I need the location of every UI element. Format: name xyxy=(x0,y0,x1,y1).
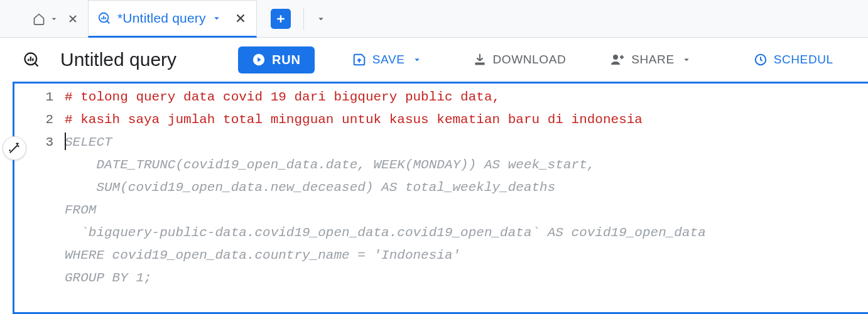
chevron-down-icon[interactable] xyxy=(211,13,222,24)
close-icon[interactable] xyxy=(67,13,79,25)
svg-rect-3 xyxy=(475,63,484,65)
save-icon xyxy=(352,53,366,67)
chevron-down-icon xyxy=(49,14,59,24)
query-tab[interactable]: *Untitled query xyxy=(88,0,257,38)
save-button[interactable]: SAVE xyxy=(346,48,435,72)
download-label: DOWNLOAD xyxy=(493,53,567,67)
ai-suggestion: GROUP BY 1; xyxy=(65,267,868,290)
run-label: RUN xyxy=(272,53,301,67)
text-cursor xyxy=(65,133,66,150)
code-comment: # kasih saya jumlah total mingguan untuk… xyxy=(65,112,643,127)
svg-point-4 xyxy=(613,55,618,60)
run-button[interactable]: RUN xyxy=(238,46,315,73)
chevron-down-icon xyxy=(681,54,692,65)
share-label: SHARE xyxy=(631,53,674,67)
download-button[interactable]: DOWNLOAD xyxy=(467,48,573,72)
ai-suggestion: SELECT xyxy=(65,135,112,149)
ai-suggestion: `bigquery-public-data.covid19_open_data.… xyxy=(65,222,868,244)
schedule-label: SCHEDUL xyxy=(774,53,833,67)
ai-suggestion: SUM(covid19_open_data.new_deceased) AS t… xyxy=(65,176,868,199)
magic-wand-icon xyxy=(8,141,21,155)
query-icon xyxy=(97,11,111,25)
add-tab-button[interactable] xyxy=(271,9,291,29)
ai-suggestion: WHERE covid19_open_data.country_name = '… xyxy=(65,244,868,267)
close-icon[interactable] xyxy=(234,11,247,25)
home-tab[interactable] xyxy=(25,0,88,38)
sql-editor[interactable]: 1 2 3 # tolong query data covid 19 dari … xyxy=(13,82,868,314)
save-label: SAVE xyxy=(372,53,405,67)
chevron-down-icon[interactable] xyxy=(315,13,327,24)
tabs-bar: *Untitled query xyxy=(0,0,868,38)
clock-icon xyxy=(754,53,768,67)
home-icon xyxy=(33,13,45,25)
plus-icon xyxy=(274,13,287,25)
page-title: Untitled query xyxy=(60,49,176,70)
divider xyxy=(303,8,304,30)
ai-suggestion: DATE_TRUNC(covid19_open_data.date, WEEK(… xyxy=(65,154,868,176)
ai-suggestion: FROM xyxy=(65,199,868,222)
download-icon xyxy=(473,53,487,67)
ai-suggest-button[interactable] xyxy=(3,136,26,160)
chevron-down-icon xyxy=(411,54,423,65)
play-icon xyxy=(252,53,266,67)
toolbar: Untitled query RUN SAVE DOWNLOAD SHARE S… xyxy=(0,38,868,82)
share-button[interactable]: SHARE xyxy=(604,47,704,72)
query-icon xyxy=(23,51,40,68)
schedule-button[interactable]: SCHEDUL xyxy=(747,48,840,72)
tab-title: *Untitled query xyxy=(117,11,206,26)
line-gutter: 1 2 3 xyxy=(14,84,65,290)
code-comment: # tolong query data covid 19 dari bigque… xyxy=(65,90,500,104)
share-icon xyxy=(610,52,625,67)
code-area[interactable]: # tolong query data covid 19 dari bigque… xyxy=(65,84,868,290)
